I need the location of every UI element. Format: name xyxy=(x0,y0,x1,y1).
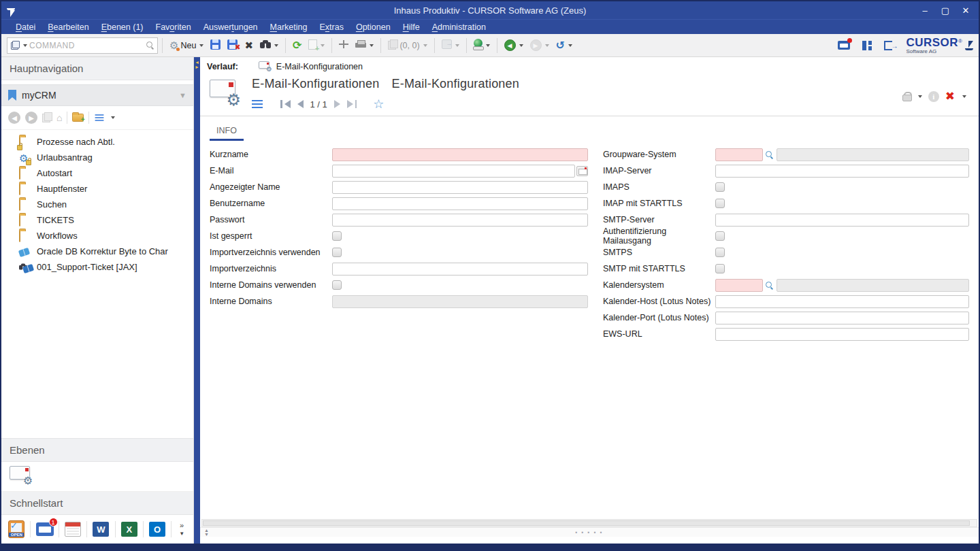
quickstart-open-crm[interactable]: ✓ xyxy=(7,519,26,539)
kalendersystem-key-field[interactable] xyxy=(715,279,763,292)
importverzeichnis-field[interactable] xyxy=(332,263,588,276)
first-record-button[interactable] xyxy=(280,100,291,108)
tree-item[interactable]: 001_Support-Ticket [JAX] xyxy=(1,259,193,275)
tree-item[interactable]: Hauptfenster xyxy=(1,181,193,197)
workspace-selector[interactable]: myCRM ▼ xyxy=(1,84,193,106)
kurzname-field[interactable] xyxy=(332,148,588,161)
tree-item[interactable]: Suchen xyxy=(1,197,193,212)
email-config-layer-icon[interactable]: ⚙ xyxy=(10,466,33,485)
print-button-caret-icon[interactable] xyxy=(370,44,374,47)
imap-mit-starttls-checkbox[interactable] xyxy=(715,199,725,208)
menu-favoriten[interactable]: Favoriten xyxy=(150,21,197,33)
ews-url-field[interactable] xyxy=(715,328,969,341)
horizontal-scrollbar[interactable] xyxy=(201,519,977,527)
tree-item[interactable]: ⚙Urlaubsantrag xyxy=(1,150,193,165)
history-button-caret-icon[interactable] xyxy=(568,44,572,47)
home-button[interactable]: ⌂ xyxy=(56,112,62,123)
lock-caret-icon[interactable] xyxy=(918,95,922,98)
copy-add-button[interactable] xyxy=(42,112,52,124)
info-icon[interactable]: i xyxy=(928,91,939,102)
kalender-port-lotus-notes-field[interactable] xyxy=(715,312,969,324)
new-document-button-caret-icon[interactable] xyxy=(321,44,325,47)
merge-button[interactable] xyxy=(336,37,351,54)
quickstart-excel[interactable]: X xyxy=(120,519,139,539)
ebenen-header[interactable]: Ebenen xyxy=(1,438,193,462)
tree-item[interactable]: Autostart xyxy=(1,165,193,181)
tree-item[interactable]: Prozesse nach Abtl. xyxy=(1,134,193,150)
imaps-checkbox[interactable] xyxy=(715,182,725,192)
imap-server-field[interactable] xyxy=(715,165,969,178)
menu-datei[interactable]: Datei xyxy=(10,21,42,33)
splitter-grip-icon[interactable]: ▪ ▪ ▪ ▪ ▪ xyxy=(575,529,603,535)
tree-item[interactable]: TICKETS xyxy=(1,212,193,228)
list-view-button[interactable] xyxy=(95,114,104,121)
angezeigter-name-field[interactable] xyxy=(332,181,588,194)
tree-item[interactable]: Oracle DB Korrektur Byte to Char xyxy=(1,244,193,259)
menu-hilfe[interactable]: Hilfe xyxy=(397,21,426,33)
previous-record-button[interactable] xyxy=(297,100,304,108)
minimize-button[interactable]: – xyxy=(916,3,934,17)
tiles-button[interactable] xyxy=(860,37,875,54)
quickstart-inbox[interactable]: 1 xyxy=(35,519,54,539)
last-record-button[interactable] xyxy=(347,100,357,108)
smtps-checkbox[interactable] xyxy=(715,248,725,257)
menu-optionen[interactable]: Optionen xyxy=(350,21,397,33)
copies-button-caret-icon[interactable] xyxy=(423,44,427,47)
groupware-system-key-field[interactable] xyxy=(715,148,763,161)
nav-back-button[interactable]: ◀ xyxy=(8,112,20,124)
splitter-collapse-icon[interactable]: ◄► xyxy=(195,60,199,69)
nav-forward-button[interactable]: ▶ xyxy=(25,112,37,124)
add-folder-button[interactable]: ＋ xyxy=(72,112,84,124)
logout-button[interactable] xyxy=(881,37,895,54)
export-button-caret-icon[interactable] xyxy=(455,44,459,47)
ist-gesperrt-checkbox[interactable] xyxy=(332,231,342,241)
bottom-splitter[interactable]: ▲▼ ▪ ▪ ▪ ▪ ▪ xyxy=(200,527,979,537)
benutzername-field[interactable] xyxy=(332,197,588,210)
history-button[interactable]: ↺ xyxy=(553,37,575,54)
menu-bearbeiten[interactable]: Bearbeiten xyxy=(42,21,95,33)
lookup-search-icon[interactable] xyxy=(766,151,773,158)
menu-auswertungen[interactable]: Auswertungen xyxy=(197,21,264,33)
menu-marketing[interactable]: Marketing xyxy=(264,21,314,33)
close-record-caret-icon[interactable] xyxy=(962,95,966,98)
smtp-mit-starttls-checkbox[interactable] xyxy=(715,264,725,273)
sidebar-splitter[interactable]: ◄► xyxy=(194,57,200,544)
close-record-icon[interactable]: ✖ xyxy=(945,90,955,102)
internet-button[interactable] xyxy=(471,37,493,54)
splitter-updown-icon[interactable]: ▲▼ xyxy=(204,529,209,537)
command-input[interactable] xyxy=(29,41,144,50)
search-button[interactable] xyxy=(257,37,281,54)
command-box[interactable] xyxy=(7,37,158,54)
new-button-caret-icon[interactable] xyxy=(199,44,203,47)
tab-info[interactable]: INFO xyxy=(210,123,244,141)
delete-button[interactable]: ✖ xyxy=(242,37,256,54)
lock-icon[interactable] xyxy=(902,92,911,101)
close-button[interactable]: ✕ xyxy=(957,3,975,17)
back-button-caret-icon[interactable] xyxy=(519,44,523,47)
quickstart-word[interactable]: W xyxy=(91,519,110,539)
quickstart-outlook[interactable]: O xyxy=(148,519,167,539)
command-search-icon[interactable] xyxy=(146,41,154,49)
entity-selector-caret-icon[interactable] xyxy=(23,44,27,47)
menu-administration[interactable]: Administration xyxy=(426,21,492,33)
maximize-button[interactable]: ▢ xyxy=(936,3,954,17)
chevron-down-icon[interactable]: ▼ xyxy=(179,91,186,99)
search-button-caret-icon[interactable] xyxy=(274,44,278,47)
notifications-button[interactable] xyxy=(835,37,853,54)
lookup-search-icon[interactable] xyxy=(766,282,773,289)
menu-extras[interactable]: Extras xyxy=(313,21,349,33)
refresh-button[interactable]: ⟳ xyxy=(290,37,304,54)
back-button[interactable]: ◀ xyxy=(502,37,526,54)
importverzeichnis-verwenden-checkbox[interactable] xyxy=(332,248,342,257)
quickstart-calendar[interactable] xyxy=(63,519,82,539)
history-link[interactable]: E-Mail-Konfigurationen xyxy=(276,62,363,71)
menu-ebenen-1[interactable]: Ebenen (1) xyxy=(95,21,150,33)
authentifizierung-mailausgang-checkbox[interactable] xyxy=(715,231,725,241)
smtp-server-field[interactable] xyxy=(715,214,969,227)
print-button[interactable] xyxy=(353,37,376,54)
interne-domains-verwenden-checkbox[interactable] xyxy=(332,280,342,290)
passwort-field[interactable] xyxy=(332,214,588,227)
record-menu-icon[interactable] xyxy=(252,100,263,108)
forward-button-caret-icon[interactable] xyxy=(545,44,549,47)
new-button[interactable]: ⚙Neu xyxy=(167,37,206,54)
